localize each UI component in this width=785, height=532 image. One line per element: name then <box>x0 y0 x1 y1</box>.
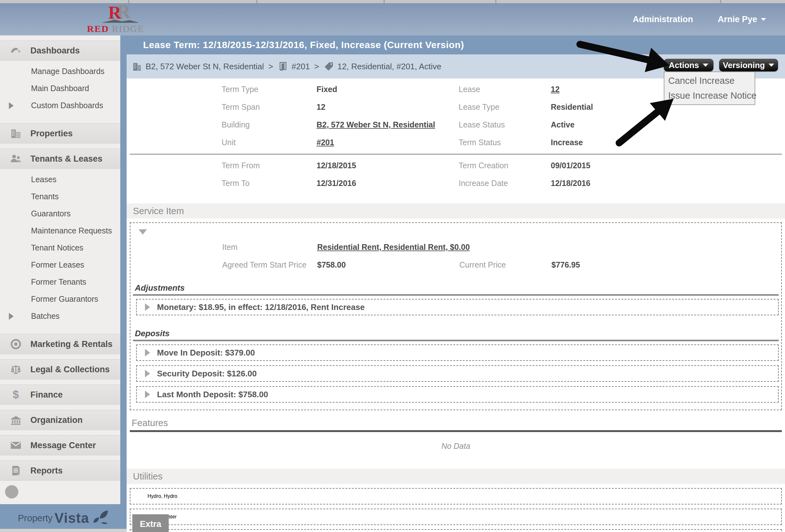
deposit-label: Move In Deposit: $379.00 <box>157 348 255 358</box>
sidebar-item-guarantors[interactable]: Guarantors <box>0 205 120 222</box>
field-label: Term Status <box>459 138 551 147</box>
building-link[interactable]: B2, 572 Weber St N, Residential <box>316 120 459 129</box>
field-label: Item <box>222 243 317 252</box>
sidebar-section-label: Finance <box>30 390 63 400</box>
chevron-down-icon <box>703 63 708 67</box>
increase-date-value: 12/18/2016 <box>551 179 785 188</box>
sidebar-section-dashboards[interactable]: Dashboards <box>0 41 120 61</box>
dashboards-items: Manage Dashboards Main Dashboard Custom … <box>0 61 120 118</box>
field-label: Agreed Term Start Price <box>222 260 317 269</box>
sidebar-item-label: Custom Dashboards <box>31 101 103 110</box>
target-icon <box>9 338 22 350</box>
sidebar-section-reports[interactable]: Reports <box>0 460 120 481</box>
sidebar-section-finance[interactable]: $ Finance <box>0 384 120 405</box>
unit-link[interactable]: #201 <box>316 138 459 147</box>
adjustment-row[interactable]: Monetary: $18.95, in effect: 12/18/2016,… <box>136 299 779 315</box>
utility-row[interactable]: Water, Water <box>130 509 782 525</box>
sidebar-item-tenant-notices[interactable]: Tenant Notices <box>0 239 120 256</box>
utility-row[interactable]: Gas, Gas <box>130 529 782 532</box>
expand-arrow-icon <box>9 313 14 320</box>
adjustments-header: Adjustments <box>133 283 779 296</box>
deposit-row[interactable]: Move In Deposit: $379.00 <box>136 344 779 361</box>
breadcrumb-lease-link[interactable]: 12, Residential, #201, Active <box>337 62 441 72</box>
agreed-price-value: $758.00 <box>317 260 459 269</box>
sidebar-section-label: Properties <box>30 129 73 138</box>
header-links: Administration Arnie Pye <box>633 3 766 35</box>
versioning-button[interactable]: Versioning <box>719 59 778 72</box>
page-title: Lease Term: 12/18/2015-12/31/2016, Fixed… <box>143 39 464 50</box>
actions-button-label: Actions <box>669 60 699 70</box>
underline <box>130 430 782 432</box>
leaf-icon <box>91 510 108 526</box>
menu-item-issue-increase-notice[interactable]: Issue Increase Notice <box>664 88 755 103</box>
sidebar-section-tenants-leases[interactable]: Tenants & Leases <box>0 149 120 169</box>
sidebar-item-former-leases[interactable]: Former Leases <box>0 256 120 273</box>
service-item-box: Item Residential Rent, Residential Rent,… <box>130 222 782 410</box>
breadcrumb-building-link[interactable]: B2, 572 Weber St N, Residential <box>146 62 264 72</box>
sidebar-section-label: Legal & Collections <box>30 365 110 374</box>
sidebar-section-properties[interactable]: Properties <box>0 123 120 143</box>
sidebar-item-maintenance-requests[interactable]: Maintenance Requests <box>0 222 120 239</box>
brand-name: RED RIDGE <box>79 23 152 34</box>
sidebar-item-tenants[interactable]: Tenants <box>0 188 120 205</box>
tab-divider <box>384 0 385 3</box>
monogram-red-r: R <box>108 4 121 21</box>
utility-label: Hydro, Hydro <box>148 494 177 499</box>
sidebar-section-label: Reports <box>30 466 63 476</box>
brand-name-red: RED <box>87 23 109 34</box>
sidebar-section-label: Dashboards <box>30 46 80 56</box>
actions-dropdown-menu: Cancel Increase Issue Increase Notice <box>664 72 755 105</box>
deposit-row[interactable]: Last Month Deposit: $758.00 <box>136 386 779 403</box>
sidebar-item-batches[interactable]: Batches <box>0 308 120 324</box>
underline <box>133 340 779 341</box>
page-title-bar: Lease Term: 12/18/2015-12/31/2016, Fixed… <box>127 35 785 54</box>
building-icon <box>132 61 143 72</box>
expand-arrow-icon <box>145 349 150 356</box>
field-label: Lease <box>459 85 551 94</box>
detail-row: Unit #201 Term Status Increase <box>222 133 785 151</box>
dollar-icon: $ <box>9 389 22 401</box>
actions-button[interactable]: Actions <box>664 59 713 72</box>
bank-icon <box>9 414 22 426</box>
field-label: Term To <box>222 179 316 188</box>
user-menu[interactable]: Arnie Pye <box>717 15 766 24</box>
sidebar-item-main-dashboard[interactable]: Main Dashboard <box>0 80 120 97</box>
section-divider <box>130 154 782 155</box>
menu-item-cancel-increase[interactable]: Cancel Increase <box>664 73 755 88</box>
field-label: Lease Status <box>459 120 551 129</box>
sidebar-item-leases[interactable]: Leases <box>0 171 120 188</box>
sidebar-item-manage-dashboards[interactable]: Manage Dashboards <box>0 63 120 80</box>
utility-row[interactable]: Hydro, Hydro <box>130 488 782 504</box>
sidebar-section-label: Tenants & Leases <box>30 154 103 164</box>
service-item-link[interactable]: Residential Rent, Residential Rent, $0.0… <box>317 243 781 252</box>
sidebar-section-message-center[interactable]: Message Center <box>0 435 120 455</box>
sidebar-item-former-tenants[interactable]: Former Tenants <box>0 273 120 290</box>
breadcrumb-separator: > <box>314 62 319 72</box>
sidebar: Dashboards Manage Dashboards Main Dashbo… <box>0 35 120 504</box>
deposit-row[interactable]: Security Deposit: $126.00 <box>136 365 779 382</box>
section-title: Utilities <box>133 471 162 482</box>
sidebar-item-custom-dashboards[interactable]: Custom Dashboards <box>0 97 120 114</box>
current-price-value: $776.95 <box>551 260 781 269</box>
service-item-row: Item Residential Rent, Residential Rent,… <box>222 238 781 256</box>
sidebar-item-former-guarantors[interactable]: Former Guarantors <box>0 290 120 308</box>
deposits-header: Deposits <box>133 329 779 341</box>
unit-door-icon <box>278 61 288 72</box>
underline <box>133 294 779 296</box>
administration-link[interactable]: Administration <box>633 15 693 24</box>
lease-tag-icon <box>324 61 334 72</box>
collapse-arrow-icon[interactable] <box>138 229 147 235</box>
sidebar-section-marketing-rentals[interactable]: Marketing & Rentals <box>0 334 120 354</box>
term-dates: Term From 12/18/2015 Term Creation 09/01… <box>127 157 785 192</box>
service-price-row: Agreed Term Start Price $758.00 Current … <box>222 256 781 273</box>
sidebar-section-organization[interactable]: Organization <box>0 410 120 430</box>
tenants-leases-items: Leases Tenants Guarantors Maintenance Re… <box>0 169 120 329</box>
deposit-label: Security Deposit: $126.00 <box>157 369 257 379</box>
extra-button[interactable]: Extra <box>132 514 169 532</box>
breadcrumb-unit-link[interactable]: #201 <box>292 62 310 72</box>
sidebar-section-label: Message Center <box>30 441 96 450</box>
term-from-value: 12/18/2015 <box>316 161 459 170</box>
sidebar-section-legal-collections[interactable]: Legal & Collections <box>0 359 120 379</box>
term-to-value: 12/31/2016 <box>316 179 459 188</box>
svg-text:$: $ <box>12 389 19 400</box>
